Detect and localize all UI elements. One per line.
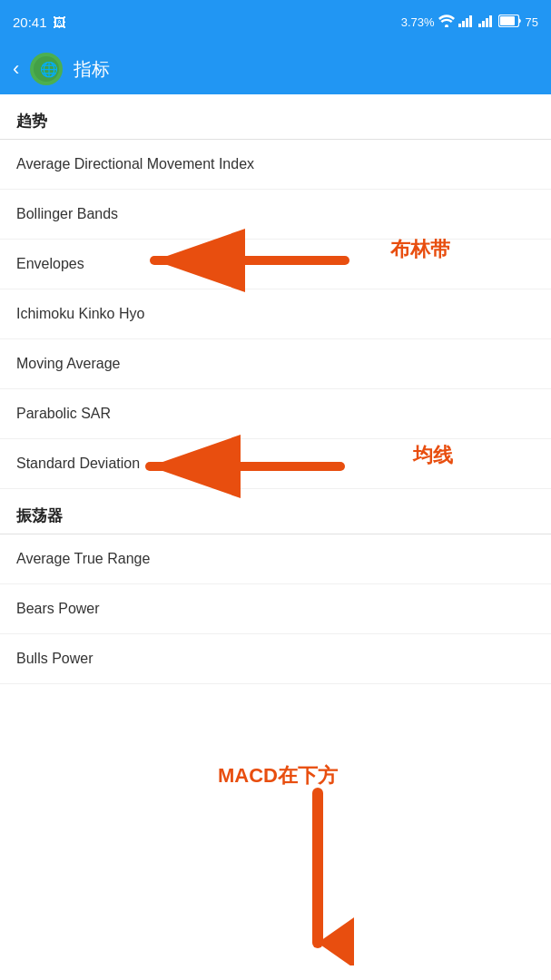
list-item-bollinger[interactable]: Bollinger Bands [0,190,551,240]
svg-rect-6 [482,21,485,27]
list-item-parabolic-sar[interactable]: Parabolic SAR [0,389,551,439]
cellular-icon [458,15,475,30]
battery-level: 75 [526,15,538,29]
list-item-bears-power[interactable]: Bears Power [0,584,551,634]
list-item-moving-average[interactable]: Moving Average [0,339,551,389]
svg-rect-1 [458,24,461,27]
battery-icon [498,15,522,30]
app-icon: 🌐 [30,53,63,85]
list-item-ichimoku[interactable]: Ichimoku Kinko Hyo [0,289,551,339]
back-button[interactable]: ‹ [13,57,19,81]
svg-rect-3 [466,18,468,27]
svg-rect-10 [500,16,515,25]
image-icon: 🖼 [53,15,66,30]
svg-point-0 [445,24,448,27]
list-item-standard-deviation[interactable]: Standard Deviation [0,439,551,489]
svg-rect-2 [462,21,465,27]
section-header-oscillator: 振荡器 [0,489,551,534]
list-item-bulls-power[interactable]: Bulls Power [0,634,551,684]
list-item-envelopes[interactable]: Envelopes [0,240,551,289]
signal-strength: 3.73% [401,15,435,29]
svg-text:🌐: 🌐 [40,61,58,78]
macd-arrow-svg [281,784,354,965]
status-bar-right: 3.73% [401,15,538,30]
list-item-admi[interactable]: Average Directional Movement Index [0,140,551,190]
wifi-icon [438,15,455,30]
time-display: 20:41 [13,15,47,30]
app-title: 指标 [74,57,110,82]
status-bar-left: 20:41 🖼 [13,15,66,30]
macd-annotation: MACD在下方 [218,762,338,789]
status-bar: 20:41 🖼 3.73% [0,0,551,44]
section-header-trend: 趋势 [0,94,551,139]
cellular-icon-2 [478,15,495,30]
svg-rect-5 [478,24,481,27]
list-item-atr[interactable]: Average True Range [0,534,551,584]
main-content: 趋势 Average Directional Movement Index Bo… [0,94,551,684]
app-bar: ‹ 🌐 指标 [0,44,551,94]
svg-rect-7 [486,18,488,27]
svg-rect-4 [469,15,472,27]
svg-rect-8 [489,15,492,27]
